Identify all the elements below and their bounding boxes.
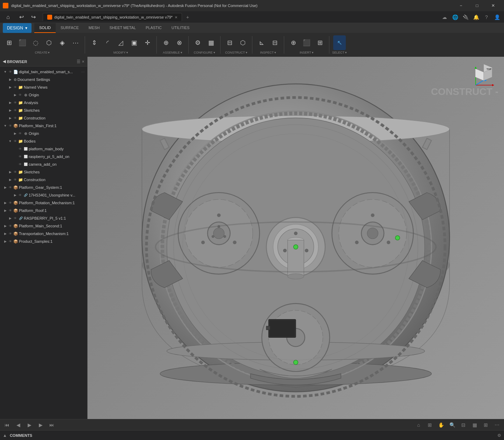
tab-plastic[interactable]: PLASTIC: [141, 23, 167, 33]
rpi-eye[interactable]: 👁: [18, 154, 22, 159]
tree-item-origin-2[interactable]: ▶ 👁 ⊕ Origin: [0, 130, 87, 137]
pmb-eye[interactable]: 👁: [18, 146, 22, 151]
comments-toggle-button[interactable]: ▲: [3, 433, 7, 438]
browser-filter-button[interactable]: ☰: [77, 59, 80, 64]
modify-fillet-btn[interactable]: ◜: [101, 35, 114, 50]
platform-main-second-expand[interactable]: ▶: [3, 224, 8, 228]
platform-gear-eye[interactable]: 👁: [8, 185, 13, 190]
platform-gear-expand[interactable]: ▶: [3, 185, 8, 190]
pan-button[interactable]: ✋: [437, 421, 445, 429]
fit-button[interactable]: ⊞: [426, 421, 434, 429]
assemble-joint-btn[interactable]: ⊕: [160, 35, 172, 50]
bodies-expand[interactable]: ▼: [8, 139, 13, 144]
transportation-eye[interactable]: 👁: [8, 231, 13, 236]
construction2-expand[interactable]: ▶: [8, 177, 13, 182]
product-samples-expand[interactable]: ▶: [3, 239, 8, 244]
tree-item-17hs3401[interactable]: ▶ 👁 🔗 17HS3401_Usongshine v...: [0, 191, 87, 199]
notifications-button[interactable]: 🔔: [472, 13, 480, 21]
sketches2-expand[interactable]: ▶: [8, 170, 13, 174]
platform-roof-expand[interactable]: ▶: [3, 208, 8, 213]
tree-item-raspberry-pi[interactable]: 👁 ⬜ raspberry_pi_5_add_on: [0, 153, 87, 160]
transportation-expand[interactable]: ▶: [3, 231, 8, 236]
create-new-component-btn[interactable]: ⊞: [3, 35, 15, 50]
modify-chamfer-btn[interactable]: ◿: [114, 35, 127, 50]
17hs-expand[interactable]: ▶: [13, 193, 18, 198]
cam-eye[interactable]: 👁: [18, 162, 22, 167]
tab-sheet-metal[interactable]: SHEET METAL: [105, 23, 141, 33]
create-extrude-btn[interactable]: ⬛: [16, 35, 29, 50]
maximize-button[interactable]: □: [469, 0, 485, 11]
named-views-expand[interactable]: ▶: [8, 85, 13, 90]
tree-item-origin[interactable]: ▶ 👁 ⊕ Origin: [0, 91, 87, 99]
tab-surface[interactable]: SURFACE: [56, 23, 84, 33]
configure-btn2[interactable]: ▦: [205, 35, 217, 50]
nav-first-button[interactable]: ⏮: [3, 421, 11, 429]
comments-settings-button[interactable]: ⚙: [497, 433, 501, 438]
platform-main-first-eye[interactable]: 👁: [8, 123, 13, 128]
tree-item-transportation[interactable]: ▶ 👁 📦 Transportation_Mechanism:1: [0, 230, 87, 238]
close-button[interactable]: ✕: [485, 0, 501, 11]
insert-btn3[interactable]: ⊞: [314, 35, 326, 50]
close-tab-button[interactable]: ✕: [175, 15, 177, 19]
nav-last-button[interactable]: ⏭: [48, 421, 56, 429]
account-button[interactable]: 👤: [493, 13, 501, 21]
origin2-expand[interactable]: ▶: [13, 131, 18, 136]
modify-shell-btn[interactable]: ▣: [128, 35, 140, 50]
help-button[interactable]: ?: [482, 13, 491, 21]
create-more-btn[interactable]: ⋯: [69, 35, 82, 50]
assemble-joint-origin-btn[interactable]: ⊗: [173, 35, 186, 50]
origin-expand[interactable]: ▶: [13, 92, 18, 97]
bodies-eye[interactable]: 👁: [13, 139, 18, 144]
rpi5-expand[interactable]: ▶: [8, 216, 13, 221]
tree-item-platform-gear[interactable]: ▶ 👁 📦 Platform_Gear_System:1: [0, 184, 87, 191]
construction2-eye[interactable]: 👁: [13, 177, 18, 182]
tree-item-sketches-2[interactable]: ▶ 👁 📁 Sketches: [0, 168, 87, 176]
zoom-fit-button[interactable]: ⊟: [459, 421, 468, 429]
sketches1-eye[interactable]: 👁: [13, 108, 18, 113]
create-loft-btn[interactable]: ◈: [56, 35, 69, 50]
root-options-icon[interactable]: ⋯: [80, 69, 86, 75]
minimize-button[interactable]: −: [453, 0, 469, 11]
named-views-eye[interactable]: 👁: [13, 85, 18, 90]
insert-btn2[interactable]: ⬛: [300, 35, 313, 50]
sketches2-eye[interactable]: 👁: [13, 170, 18, 174]
tab-mesh[interactable]: MESH: [84, 23, 105, 33]
17hs-eye[interactable]: 👁: [18, 193, 22, 198]
product-samples-eye[interactable]: 👁: [8, 239, 13, 244]
viewport[interactable]: TOP CONSTRUCT -: [88, 57, 504, 419]
origin2-eye[interactable]: 👁: [18, 131, 22, 136]
platform-roof-eye[interactable]: 👁: [8, 208, 13, 213]
create-sweep-btn[interactable]: ⬡: [43, 35, 55, 50]
inspect-btn2[interactable]: ⊟: [268, 35, 281, 50]
add-tab-button[interactable]: +: [183, 13, 192, 21]
construction1-expand[interactable]: ▶: [8, 116, 13, 121]
doc-settings-expand[interactable]: ▶: [8, 77, 13, 82]
tree-item-doc-settings[interactable]: ▶ ⚙ Document Settings: [0, 76, 87, 83]
create-revolve-btn[interactable]: ◌: [29, 35, 42, 50]
tree-item-platform-rotation[interactable]: ▶ 👁 📦 Platform_Rotation_Mechanism:1: [0, 199, 87, 207]
tree-item-analysis[interactable]: ▶ 👁 📁 Analysis: [0, 99, 87, 106]
view-cube[interactable]: TOP: [470, 62, 498, 90]
construct-btn1[interactable]: ⊟: [223, 35, 236, 50]
tree-item-platform-main-body[interactable]: 👁 ⬜ platform_main_body: [0, 145, 87, 153]
display-mode-button[interactable]: ▦: [470, 421, 479, 429]
tab-solid[interactable]: SOLID: [34, 23, 56, 33]
tree-item-platform-main-second[interactable]: ▶ 👁 📦 Platform_Main_Second:1: [0, 222, 87, 230]
home-view-button[interactable]: ⌂: [414, 421, 423, 429]
insert-btn1[interactable]: ⊕: [287, 35, 300, 50]
active-tab[interactable]: digital_twin_enabled_smart_shipping_work…: [43, 13, 182, 21]
tree-item-raspberry-pi-5[interactable]: ▶ 👁 🔗 RASPBERRY_PI_5 v1:1: [0, 214, 87, 222]
grid-button[interactable]: ⊞: [482, 421, 490, 429]
tree-root-file[interactable]: ▼ 👁 📄 digital_twin_enabled_smart_s... ⋯: [0, 68, 87, 76]
platform-rotation-expand[interactable]: ▶: [3, 200, 8, 205]
collapse-browser-icon[interactable]: ◀: [3, 59, 6, 64]
root-expand-icon[interactable]: ▼: [3, 69, 8, 74]
extensions-button[interactable]: 🔌: [461, 13, 470, 21]
tree-item-platform-roof[interactable]: ▶ 👁 📦 Platform_Roof:1: [0, 207, 87, 214]
origin-eye[interactable]: 👁: [18, 92, 22, 97]
tree-item-bodies[interactable]: ▼ 👁 📁 Bodies: [0, 137, 87, 145]
undo-button[interactable]: ↩: [16, 12, 27, 22]
platform-rotation-eye[interactable]: 👁: [8, 200, 13, 205]
rpi5-eye[interactable]: 👁: [13, 216, 18, 221]
nav-prev-button[interactable]: ◀: [14, 421, 22, 429]
